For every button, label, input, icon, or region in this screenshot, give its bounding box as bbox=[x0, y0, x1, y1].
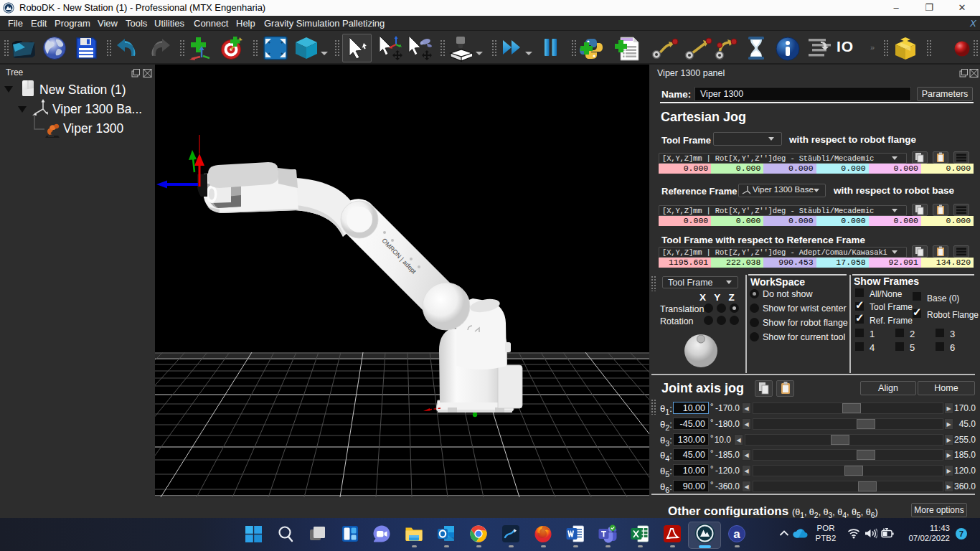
svg-text:a: a bbox=[733, 527, 740, 541]
